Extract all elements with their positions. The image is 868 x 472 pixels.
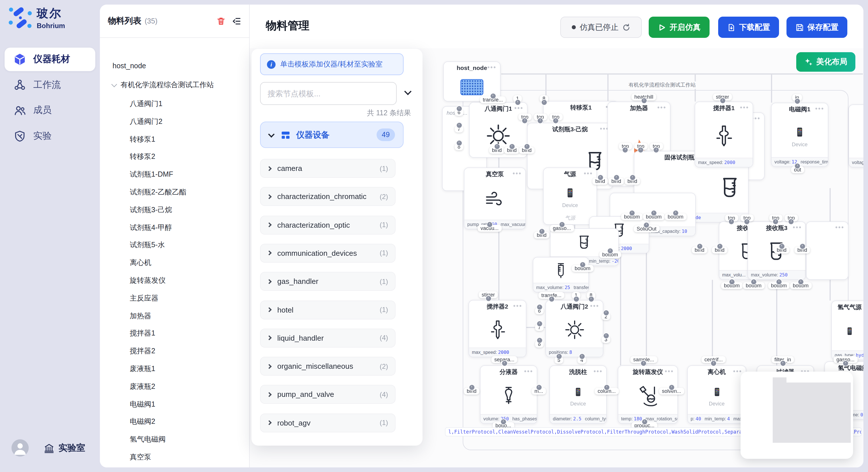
port-2[interactable]: 2 [601, 313, 610, 320]
sidebar-item-仪器耗材[interactable]: 仪器耗材 [5, 47, 95, 71]
node-真空泵[interactable]: 真空泵•••pump_rate:50max_vacuum:0.1 [464, 167, 526, 229]
port-top[interactable]: top [650, 143, 663, 150]
palette-item-pump_and_valve[interactable]: pump_and_valve(4) [260, 385, 396, 404]
palette-item-robot_agv[interactable]: robot_agv(1) [260, 413, 396, 432]
node-搅拌器2[interactable]: 搅拌器2•••max_speed:2000 [468, 300, 526, 357]
node-八通阀门2[interactable]: 八通阀门2•••positions:8 [546, 300, 603, 357]
avatar[interactable] [11, 439, 29, 457]
tree-item-workstation[interactable]: 有机化学流程综合测试工作站 [112, 78, 214, 91]
port-4[interactable]: 4 [578, 357, 586, 364]
chevron-down-icon[interactable] [405, 89, 412, 96]
palette-item-gas_handler[interactable]: gas_handler(1) [260, 272, 396, 291]
port-bind[interactable]: bind [534, 232, 549, 239]
tree-item[interactable]: 八通阀门2 [130, 115, 162, 128]
port-heatchill[interactable]: heatchill [631, 94, 656, 100]
palette-item-organic_miscellaneous[interactable]: organic_miscellaneous(2) [260, 357, 396, 376]
save-config-button[interactable]: 保存配置 [786, 16, 847, 38]
port-bottom[interactable]: bottom [743, 282, 764, 289]
port-colum[interactable]: colum... [595, 388, 619, 395]
port-bottom[interactable]: bottom [621, 213, 643, 220]
sidebar-item-工作流[interactable]: 工作流 [5, 73, 95, 97]
port-filter_in[interactable]: filter_in [772, 356, 794, 363]
port-bind[interactable]: bind [464, 388, 479, 395]
start-simulation-button[interactable]: 开启仿真 [649, 16, 710, 38]
refresh-icon[interactable] [623, 23, 631, 31]
port-top[interactable]: top [518, 113, 531, 121]
port-bind[interactable]: bind [625, 178, 640, 185]
port-bind[interactable]: bind [795, 247, 810, 254]
tree-item[interactable]: 主反应器 [130, 292, 158, 305]
node-电磁阀1[interactable]: 电磁阀1•••Devicevoltage:12response_time:0.1 [771, 103, 828, 167]
port-bind[interactable]: bind [712, 247, 727, 254]
node-离心机[interactable]: 离心机•••Devicep:40min_temp:4max_spe... [687, 365, 746, 424]
port-bind[interactable]: bind [592, 178, 608, 185]
port-bottom[interactable]: bottom [643, 213, 664, 220]
port-bind[interactable]: bind [504, 147, 520, 154]
palette-item-characterization_optic[interactable]: characterization_optic(1) [260, 215, 396, 234]
node-menu-icon[interactable]: ••• [584, 168, 593, 179]
node-搅拌器1[interactable]: 搅拌器1•••max_speed:2000 [694, 102, 753, 167]
tree-item[interactable]: 试剂瓶1-DMF [130, 168, 173, 181]
port-1[interactable]: 1 [513, 95, 522, 102]
port-bottom[interactable]: bottom [768, 282, 789, 289]
tree-item[interactable]: 真空泵 [130, 451, 151, 463]
port-top[interactable]: top [634, 143, 647, 150]
node-menu-icon[interactable]: ••• [793, 222, 802, 233]
lab-switcher[interactable]: 实验室 [43, 442, 85, 454]
port-SolidOut[interactable]: SolidOut [634, 225, 659, 232]
port-1[interactable]: 1 [572, 292, 580, 299]
port-top[interactable]: top [619, 143, 632, 150]
port-stirrer[interactable]: stirrer [479, 291, 498, 298]
port-top[interactable]: top [741, 214, 753, 222]
palette-item-camera[interactable]: camera(1) [260, 159, 396, 178]
search-input[interactable] [260, 82, 397, 105]
port-transfe[interactable]: transfe... [538, 292, 564, 299]
port-gasso[interactable]: gasso... [550, 225, 574, 232]
port-bind[interactable]: bind [519, 147, 534, 154]
port-bottom[interactable]: bottom [721, 282, 743, 289]
tree-item[interactable]: 废液瓶2 [130, 380, 155, 393]
port-in[interactable]: in [792, 94, 802, 101]
node-menu-icon[interactable]: ••• [740, 102, 749, 113]
port-out[interactable]: out [791, 166, 804, 173]
tree-item[interactable]: 搅拌器1 [130, 327, 155, 340]
node-menu-icon[interactable]: ••• [487, 62, 497, 73]
tree-item[interactable]: 离心机 [130, 256, 151, 269]
port-6[interactable]: 6 [535, 307, 544, 314]
tree-item[interactable]: 加热器 [130, 309, 151, 322]
port-bottom[interactable]: bottom [790, 282, 811, 289]
minimap[interactable] [741, 372, 853, 459]
node-旋转蒸发仪[interactable]: 旋转蒸发仪•••temp:180max_rotation_speed: [618, 365, 678, 424]
tree-item[interactable]: 氢气电磁阀 [130, 433, 166, 446]
port-8[interactable]: 8 [455, 143, 463, 150]
tree-item[interactable]: 试剂瓶5-水 [130, 239, 165, 251]
port-bottom[interactable]: bottom [599, 251, 621, 258]
category-instruments[interactable]: 仪器设备 49 [260, 122, 404, 148]
node-分液器[interactable]: 分液器•••volume:250has_phases:true [480, 365, 537, 424]
port-separa[interactable]: separa... [491, 356, 517, 363]
tree-item[interactable]: 试剂瓶3-己烷 [130, 204, 172, 216]
port-centrif[interactable]: centrif... [702, 356, 725, 363]
node-menu-icon[interactable]: ••• [513, 301, 522, 311]
port-sample[interactable]: sample... [630, 356, 657, 363]
sim-status-badge[interactable]: 仿真已停止 [560, 16, 642, 38]
node-menu-icon[interactable]: ••• [524, 366, 533, 377]
node-menu-icon[interactable]: ••• [657, 102, 666, 113]
port-bind[interactable]: bind [609, 178, 624, 185]
chevron-down-icon[interactable] [112, 81, 117, 87]
sidebar-item-成员[interactable]: 成员 [5, 99, 95, 122]
node-menu-icon[interactable]: ••• [835, 222, 844, 233]
port-transfe[interactable]: transfe... [480, 96, 506, 103]
port-7[interactable]: 7 [535, 324, 544, 331]
port-vacuu[interactable]: vacuu... [477, 225, 501, 232]
port-stirrer[interactable]: stirrer [713, 94, 732, 100]
tree-item[interactable]: 转移泵2 [130, 150, 155, 163]
node-card[interactable]: voltage:12 [848, 104, 863, 167]
node-洗脱柱[interactable]: 洗脱柱•••Devicediameter:2.5column_type:si [549, 365, 607, 424]
port-8[interactable]: 8 [535, 341, 544, 347]
node-menu-icon[interactable]: ••• [815, 103, 825, 114]
port-m[interactable]: m... [532, 388, 546, 395]
tree-item[interactable]: 电磁阀1 [130, 398, 155, 410]
tree-item[interactable]: 八通阀门1 [130, 98, 162, 110]
beautify-layout-button[interactable]: 美化布局 [796, 52, 856, 72]
